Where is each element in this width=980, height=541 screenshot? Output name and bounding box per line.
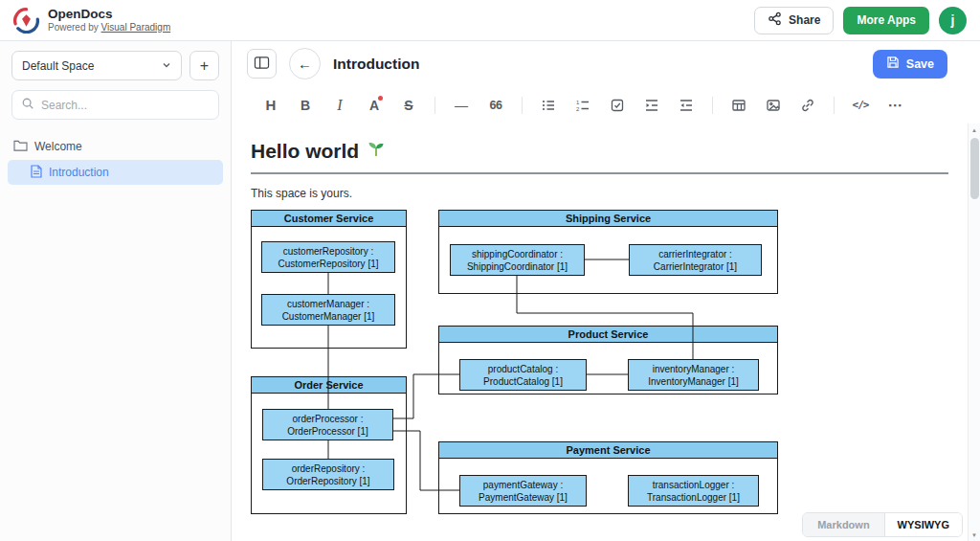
seedling-icon [367, 139, 386, 163]
toolbar-italic-button[interactable]: I [325, 92, 354, 119]
uml-component-paymentgateway: paymentGateway :PaymentGateway [1] [459, 475, 587, 507]
markdown-mode-button[interactable]: Markdown [803, 513, 884, 536]
uml-package-label: Payment Service [439, 442, 777, 459]
main-panel: ← Introduction Save HBIAS—6612</>⋯ Hello… [232, 41, 980, 541]
header-actions: Share More Apps j [754, 7, 967, 34]
scrollbar[interactable]: ▲ ▼ [968, 124, 980, 541]
uml-package-label: Order Service [252, 377, 406, 394]
toolbar-divider [712, 97, 713, 114]
intro-text: This space is yours. [251, 187, 961, 200]
toolbar-bold-button[interactable]: B [291, 92, 320, 119]
toolbar-outdent-button[interactable] [672, 92, 701, 119]
save-label: Save [906, 57, 934, 71]
uml-component-productcatalog: productCatalog :ProductCatalog [1] [459, 359, 587, 391]
scroll-up-arrow[interactable]: ▲ [969, 124, 980, 136]
toolbar-blockquote-button[interactable]: 66 [481, 92, 510, 119]
tree-item-label: Welcome [34, 140, 82, 153]
page-tree: Welcome Introduction [0, 135, 231, 185]
space-selector[interactable]: Default Space [11, 51, 182, 80]
toolbar-code-button[interactable]: </> [846, 92, 875, 119]
back-button[interactable]: ← [289, 48, 321, 79]
uml-component-shippingcoordinator: shippingCoordinator :ShippingCoordinator… [450, 244, 585, 276]
toolbar-heading-button[interactable]: H [256, 92, 285, 119]
uml-package-label: Shipping Service [439, 211, 777, 227]
uml-component-carrierintegrator: carrierIntegrator :CarrierIntegrator [1] [629, 244, 762, 276]
powered-by-prefix: Powered by [48, 22, 99, 33]
visual-paradigm-link[interactable]: Visual Paradigm [101, 22, 171, 33]
toolbar-numbered-list-button[interactable]: 12 [568, 92, 597, 119]
toolbar-font-color-button[interactable]: A [360, 92, 389, 119]
share-label: Share [789, 13, 820, 27]
heading-text: Hello world [251, 140, 359, 163]
more-apps-button[interactable]: More Apps [843, 7, 929, 34]
chevron-down-icon [162, 59, 171, 73]
uml-package-customer-service: Customer Service [251, 210, 407, 349]
toolbar-table-button[interactable] [724, 92, 753, 119]
document-heading: Hello world [251, 139, 961, 163]
toggle-sidebar-button[interactable] [247, 49, 277, 79]
uml-component-customermanager: customerManager :CustomerManager [1] [261, 294, 395, 326]
scroll-down-arrow[interactable]: ▼ [969, 529, 980, 541]
space-selector-value: Default Space [22, 59, 94, 73]
sidebar-item-welcome[interactable]: Welcome [0, 135, 231, 158]
svg-text:1: 1 [576, 99, 580, 104]
tree-item-label: Introduction [49, 166, 109, 179]
uml-component-inventorymanager: inventoryManager :InventoryManager [1] [628, 359, 759, 391]
toolbar-divider [434, 97, 435, 114]
app-name: OpenDocs [48, 7, 170, 22]
toolbar-indent-button[interactable] [637, 92, 666, 119]
toolbar-more-button[interactable]: ⋯ [880, 92, 909, 119]
search-icon [21, 97, 34, 114]
svg-text:2: 2 [576, 106, 580, 112]
toolbar-task-list-button[interactable] [603, 92, 632, 119]
search-box[interactable] [11, 90, 219, 120]
toolbar-divider [834, 97, 835, 114]
uml-component-orderrepository: orderRepository :OrderRepository [1] [262, 459, 394, 490]
user-avatar[interactable]: j [939, 7, 967, 34]
share-button[interactable]: Share [754, 7, 834, 34]
app-body: Default Space + Welcome [0, 41, 980, 541]
document-content: Hello world This space is yours. Custome… [232, 124, 980, 541]
uml-diagram[interactable]: Customer ServiceShipping ServiceProduct … [251, 210, 779, 515]
toolbar-image-button[interactable] [759, 92, 788, 119]
uml-component-orderprocessor: orderProcessor :OrderProcessor [1] [262, 409, 393, 440]
opendocs-logo [13, 8, 39, 34]
app-title-block: OpenDocs Powered by Visual Paradigm [48, 7, 170, 34]
search-input[interactable] [41, 99, 210, 112]
heading-divider [251, 172, 948, 174]
share-icon [768, 11, 782, 29]
uml-package-label: Customer Service [252, 211, 406, 227]
uml-package-order-service: Order Service [251, 376, 407, 514]
uml-component-customerrepository: customerRepository :CustomerRepository [… [261, 241, 395, 273]
save-button[interactable]: Save [873, 50, 947, 79]
editor-mode-toggle: Markdown WYSIWYG [802, 512, 963, 537]
sidebar: Default Space + Welcome [0, 41, 232, 541]
sidebar-item-introduction[interactable]: Introduction [8, 160, 223, 185]
toolbar-divider [522, 97, 523, 114]
app-header: OpenDocs Powered by Visual Paradigm Shar… [0, 0, 980, 41]
save-icon [886, 56, 900, 72]
uml-package-label: Product Service [439, 327, 777, 343]
document-icon [31, 165, 42, 181]
page-title: Introduction [333, 56, 419, 73]
folder-icon [13, 139, 28, 154]
format-toolbar: HBIAS—6612</>⋯ [232, 86, 980, 124]
toolbar-link-button[interactable] [793, 92, 822, 119]
scroll-thumb[interactable] [970, 138, 979, 199]
sidebar-controls: Default Space + [0, 51, 231, 80]
wysiwyg-mode-button[interactable]: WYSIWYG [885, 513, 962, 536]
panel-icon [254, 56, 270, 73]
uml-component-transactionlogger: transactionLogger :TransactionLogger [1] [628, 475, 759, 507]
toolbar-strikethrough-button[interactable]: S [394, 92, 423, 119]
add-page-button[interactable]: + [189, 51, 219, 80]
toolbar-bullet-list-button[interactable] [534, 92, 563, 119]
doc-header: ← Introduction Save [232, 41, 980, 86]
powered-by-text: Powered by Visual Paradigm [48, 22, 170, 34]
toolbar-horizontal-rule-button[interactable]: — [447, 92, 476, 119]
